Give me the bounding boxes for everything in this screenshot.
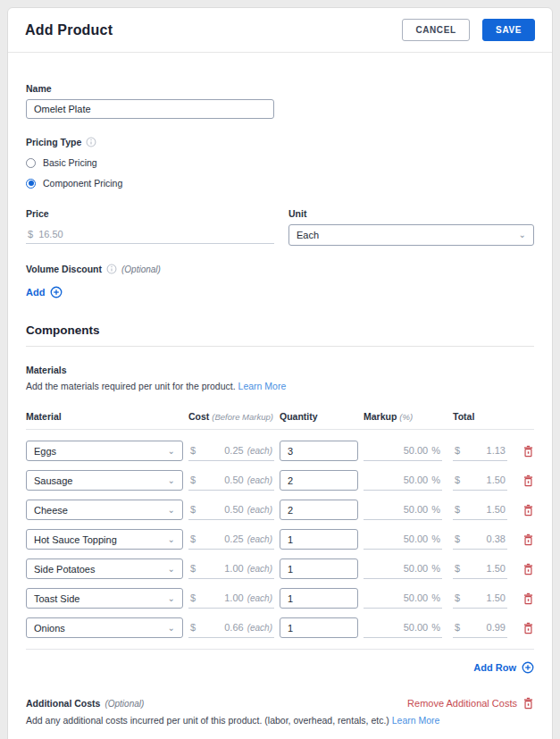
additional-learn-more-link[interactable]: Learn More (392, 715, 440, 726)
materials-learn-more-link[interactable]: Learn More (238, 381, 287, 391)
quantity-input[interactable] (280, 529, 358, 550)
col-header-quantity: Quantity (280, 411, 358, 422)
trash-icon (522, 445, 534, 458)
percent-symbol: % (431, 445, 440, 456)
radio-circle-unselected (26, 158, 36, 168)
unit-hint: (each) (247, 593, 272, 603)
material-select[interactable]: Onions ⌄ (26, 617, 183, 638)
table-row: Side Potatoes ⌄ $ 1.00 (each) 50.00 % $ … (26, 558, 534, 579)
add-link-label: Add (26, 287, 45, 298)
total-field: $ 1.50 (453, 588, 507, 609)
price-input: $ 16.50 (26, 224, 274, 244)
volume-discount-label: Volume Discount (Optional) (26, 264, 534, 274)
material-select-value: Sausage (34, 475, 72, 486)
info-icon[interactable] (106, 264, 117, 274)
materials-title: Materials (26, 365, 534, 375)
radio-basic-pricing[interactable]: Basic Pricing (26, 157, 534, 168)
material-select[interactable]: Eggs ⌄ (26, 441, 183, 461)
material-select-value: Cheese (34, 505, 68, 516)
markup-field: 50.00 % (364, 529, 442, 550)
table-row: Eggs ⌄ $ 0.25 (each) 50.00 % $ 1.13 (26, 441, 534, 461)
materials-description-text: Add the materials required per unit for … (26, 381, 236, 391)
quantity-cell (280, 617, 358, 638)
remove-additional-costs-label: Remove Additional Costs (407, 698, 517, 709)
remove-additional-costs-button[interactable]: Remove Additional Costs (407, 697, 534, 710)
save-button[interactable]: SAVE (482, 19, 535, 41)
trash-icon (522, 563, 534, 575)
cost-value: 0.50 (196, 504, 244, 515)
total-value: 1.50 (460, 592, 506, 603)
total-field: $ 1.50 (453, 500, 507, 520)
materials-description: Add the materials required per unit for … (26, 381, 534, 391)
add-product-card: Add Product CANCEL SAVE Name Pricing Typ… (7, 7, 553, 739)
total-value: 0.99 (460, 622, 506, 633)
quantity-input[interactable] (280, 588, 358, 609)
quantity-input[interactable] (280, 470, 358, 491)
unit-field-group: Unit Each ⌄ (288, 208, 534, 246)
cost-field: $ 0.25 (each) (188, 529, 274, 550)
unit-select[interactable]: Each ⌄ (288, 224, 534, 246)
chevron-down-icon: ⌄ (519, 231, 526, 239)
percent-symbol: % (431, 563, 440, 574)
delete-row-button[interactable] (522, 445, 534, 458)
price-label: Price (26, 208, 274, 219)
optional-hint: (Optional) (121, 265, 161, 274)
material-select[interactable]: Cheese ⌄ (26, 500, 183, 520)
section-divider (26, 346, 534, 347)
name-input[interactable] (26, 99, 274, 119)
info-icon[interactable] (86, 137, 96, 147)
markup-value: 50.00 (365, 563, 428, 574)
quantity-cell (280, 529, 358, 550)
additional-costs-label: Additional Costs (Optional) (26, 698, 144, 709)
cost-value: 0.25 (196, 533, 244, 544)
material-select[interactable]: Sausage ⌄ (26, 470, 183, 491)
volume-discount-label-text: Volume Discount (26, 264, 102, 274)
delete-row-button[interactable] (522, 474, 534, 487)
markup-value: 50.00 (365, 533, 428, 544)
quantity-input[interactable] (280, 617, 358, 638)
quantity-input[interactable] (280, 441, 358, 461)
quantity-cell (280, 500, 358, 520)
quantity-input[interactable] (280, 558, 358, 579)
unit-hint: (each) (247, 475, 272, 485)
material-select-value: Side Potatoes (34, 564, 96, 575)
pricing-type-group: Pricing Type Basic Pricing Component Pri… (26, 137, 534, 189)
percent-symbol: % (431, 474, 440, 485)
material-select-value: Toast Side (34, 593, 79, 604)
chevron-down-icon: ⌄ (168, 447, 175, 456)
add-row-button[interactable]: Add Row (26, 661, 534, 674)
chevron-down-icon: ⌄ (168, 594, 175, 603)
col-header-cost: Cost (Before Markup) (188, 411, 274, 422)
pricing-type-label: Pricing Type (26, 137, 534, 147)
materials-table-body: Eggs ⌄ $ 0.25 (each) 50.00 % $ 1.13 (26, 441, 534, 638)
total-value: 0.38 (460, 533, 506, 544)
radio-component-pricing-label: Component Pricing (43, 178, 122, 189)
material-select[interactable]: Hot Sauce Topping ⌄ (26, 529, 183, 550)
cancel-button[interactable]: CANCEL (402, 19, 469, 41)
material-select[interactable]: Side Potatoes ⌄ (26, 558, 183, 579)
add-volume-discount-button[interactable]: Add (26, 286, 534, 298)
markup-value: 50.00 (365, 592, 428, 603)
delete-row-button[interactable] (522, 533, 534, 546)
delete-row-button[interactable] (522, 504, 534, 516)
delete-row-button[interactable] (522, 563, 534, 575)
total-value: 1.13 (460, 445, 506, 456)
trash-icon (522, 697, 534, 710)
radio-component-pricing[interactable]: Component Pricing (26, 178, 534, 189)
materials-divider (26, 649, 534, 650)
delete-row-button[interactable] (522, 622, 534, 634)
markup-value: 50.00 (365, 504, 428, 515)
plus-circle-icon (522, 661, 534, 674)
material-select-value: Hot Sauce Topping (34, 534, 117, 545)
cost-field: $ 1.00 (each) (188, 558, 274, 579)
name-label: Name (26, 83, 534, 94)
delete-row-button[interactable] (522, 592, 534, 605)
material-select[interactable]: Toast Side ⌄ (26, 588, 183, 609)
col-header-total: Total (453, 411, 507, 422)
markup-value: 50.00 (365, 474, 428, 485)
unit-hint: (each) (247, 446, 272, 456)
chevron-down-icon: ⌄ (168, 624, 175, 633)
quantity-input[interactable] (280, 500, 358, 520)
markup-value: 50.00 (365, 445, 428, 456)
radio-circle-selected (26, 179, 36, 189)
